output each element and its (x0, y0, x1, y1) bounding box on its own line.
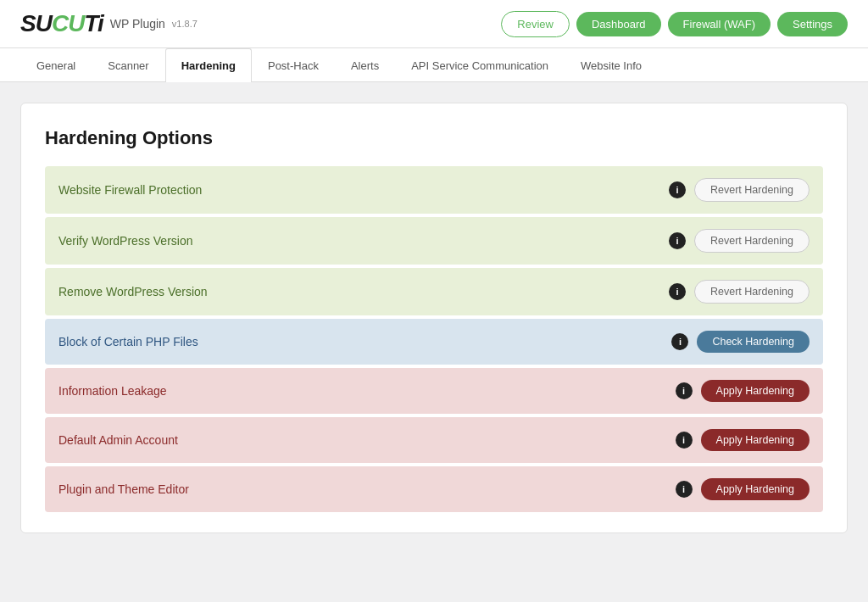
info-icon-remove-wp-version[interactable]: i (669, 283, 686, 300)
tab-website-info[interactable]: Website Info (565, 48, 658, 82)
row-actions-default-admin: i Apply Hardening (676, 429, 810, 451)
apply-button-default-admin[interactable]: Apply Hardening (701, 429, 810, 451)
info-icon-block-php-files[interactable]: i (671, 333, 688, 350)
apply-button-plugin-theme-editor[interactable]: Apply Hardening (701, 478, 810, 500)
revert-button-remove-wp-version[interactable]: Revert Hardening (694, 280, 810, 304)
row-actions-website-firewall: i Revert Hardening (669, 178, 810, 202)
row-verify-wp-version: Verify WordPress Version i Revert Harden… (45, 217, 823, 265)
wp-plugin-label: WP Plugin (110, 17, 165, 31)
row-remove-wp-version: Remove WordPress Version i Revert Harden… (45, 268, 823, 315)
row-actions-information-leakage: i Apply Hardening (676, 380, 810, 402)
row-actions-plugin-theme-editor: i Apply Hardening (676, 478, 810, 500)
revert-button-website-firewall[interactable]: Revert Hardening (694, 178, 810, 202)
page-title: Hardening Options (45, 127, 823, 149)
info-icon-website-firewall[interactable]: i (669, 181, 686, 198)
info-icon-information-leakage[interactable]: i (676, 382, 693, 399)
logo-area: SUCUTi WP Plugin v1.8.7 (20, 10, 198, 37)
row-actions-remove-wp-version: i Revert Hardening (669, 280, 810, 304)
dashboard-button[interactable]: Dashboard (576, 12, 661, 36)
tab-post-hack[interactable]: Post-Hack (252, 48, 335, 82)
version-label: v1.8.7 (172, 19, 198, 29)
content-card: Hardening Options Website Firewall Prote… (20, 103, 848, 533)
tabs-bar: General Scanner Hardening Post-Hack Aler… (0, 48, 868, 82)
settings-button[interactable]: Settings (777, 12, 848, 36)
row-default-admin: Default Admin Account i Apply Hardening (45, 417, 823, 463)
row-information-leakage: Information Leakage i Apply Hardening (45, 368, 823, 414)
main-content: Hardening Options Website Firewall Prote… (0, 82, 868, 554)
review-button[interactable]: Review (501, 11, 570, 37)
firewall-button[interactable]: Firewall (WAF) (668, 12, 771, 36)
row-actions-block-php-files: i Check Hardening (671, 331, 810, 353)
row-label-information-leakage: Information Leakage (58, 384, 167, 398)
row-label-remove-wp-version: Remove WordPress Version (58, 285, 208, 298)
row-label-block-php-files: Block of Certain PHP Files (58, 335, 198, 348)
row-actions-verify-wp-version: i Revert Hardening (669, 229, 810, 253)
apply-button-information-leakage[interactable]: Apply Hardening (701, 380, 810, 402)
row-plugin-theme-editor: Plugin and Theme Editor i Apply Hardenin… (45, 466, 823, 512)
check-button-block-php-files[interactable]: Check Hardening (697, 331, 810, 353)
revert-button-verify-wp-version[interactable]: Revert Hardening (694, 229, 810, 253)
info-icon-verify-wp-version[interactable]: i (669, 232, 686, 249)
tab-api-service[interactable]: API Service Communication (395, 48, 565, 82)
tab-general[interactable]: General (20, 48, 92, 82)
info-icon-plugin-theme-editor[interactable]: i (676, 481, 693, 498)
row-website-firewall: Website Firewall Protection i Revert Har… (45, 166, 823, 214)
row-label-default-admin: Default Admin Account (58, 433, 178, 447)
row-block-php-files: Block of Certain PHP Files i Check Harde… (45, 319, 823, 365)
row-label-plugin-theme-editor: Plugin and Theme Editor (58, 482, 189, 496)
header: SUCUTi WP Plugin v1.8.7 Review Dashboard… (0, 0, 868, 48)
row-label-website-firewall: Website Firewall Protection (58, 183, 202, 197)
info-icon-default-admin[interactable]: i (676, 432, 693, 449)
tab-alerts[interactable]: Alerts (335, 48, 395, 82)
header-buttons: Review Dashboard Firewall (WAF) Settings (501, 11, 848, 37)
tab-hardening[interactable]: Hardening (165, 48, 252, 82)
sucuri-logo: SUCUTi (20, 10, 103, 37)
tab-scanner[interactable]: Scanner (92, 48, 164, 82)
row-label-verify-wp-version: Verify WordPress Version (58, 234, 192, 248)
